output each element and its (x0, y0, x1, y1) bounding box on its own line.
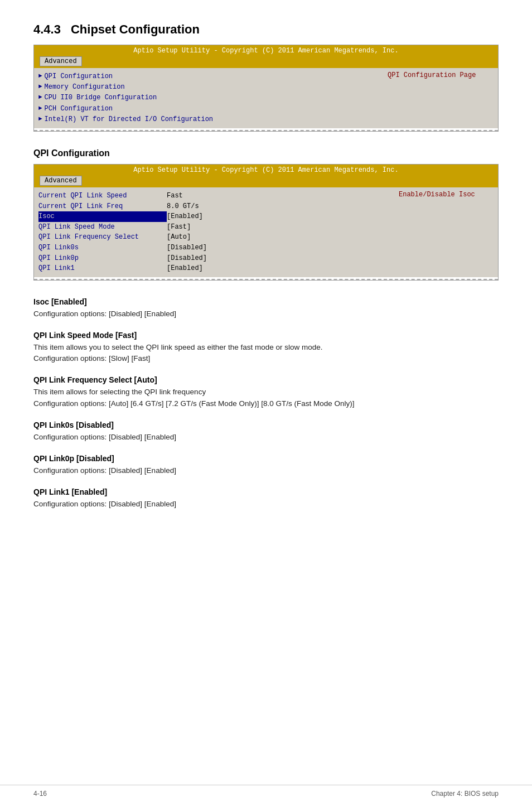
bios-footer-qpi (34, 279, 498, 280)
bios-item-qpi-label: QPI Configuration (45, 71, 113, 82)
qpi-section-heading: QPI Configuration (33, 148, 499, 158)
item-qpi-link0p: QPI Link0p [Disabled] Configuration opti… (33, 454, 499, 476)
item-link0s-desc: Configuration options: [Disabled] [Enabl… (33, 432, 499, 443)
qpi-label-link0p: QPI Link0p (38, 253, 167, 264)
bios-qpi-left: Current QPI Link Speed Fast Current QPI … (38, 191, 393, 274)
section-title: Chipset Configuration (71, 22, 200, 36)
bios-help-chipset: QPI Configuration Page (388, 71, 476, 79)
qpi-value-link0s: [Disabled] (167, 243, 207, 253)
bios-tab-advanced-qpi[interactable]: Advanced (40, 176, 82, 186)
bios-item-cpu-iio[interactable]: ► CPU II0 Bridge Configuration (38, 93, 382, 103)
qpi-value-freq-select: [Auto] (167, 232, 191, 243)
item-link0p-desc: Configuration options: [Disabled] [Enabl… (33, 465, 499, 476)
qpi-row-speed-mode[interactable]: QPI Link Speed Mode [Fast] (38, 222, 393, 233)
bios-tab-bar-chipset: Advanced (34, 56, 498, 68)
item-isoc-heading: Isoc [Enabled] (33, 297, 499, 306)
qpi-value-link-freq: 8.0 GT/s (167, 201, 199, 212)
qpi-row-link-speed: Current QPI Link Speed Fast (38, 191, 393, 201)
item-link0s-heading: QPI Link0s [Disabled] (33, 421, 499, 429)
arrow-icon-memory: ► (38, 82, 42, 92)
bios-item-cpu-iio-label: CPU II0 Bridge Configuration (45, 93, 157, 103)
bios-header-chipset: Aptio Setup Utility - Copyright (C) 2011… (34, 45, 498, 56)
qpi-value-isoc: [Enabled] (167, 211, 203, 222)
footer-chapter: Chapter 4: BIOS setup (431, 790, 499, 798)
qpi-value-link-speed: Fast (167, 191, 183, 201)
item-speed-mode-desc: This item allows you to select the QPI l… (33, 342, 499, 365)
bios-item-memory-label: Memory Configuration (45, 82, 125, 93)
qpi-row-freq-select[interactable]: QPI Link Frequency Select [Auto] (38, 232, 393, 243)
qpi-label-speed-mode: QPI Link Speed Mode (38, 222, 167, 233)
bios-header-qpi: Aptio Setup Utility - Copyright (C) 2011… (34, 165, 498, 176)
qpi-row-link-freq: Current QPI Link Freq 8.0 GT/s (38, 201, 393, 212)
qpi-label-freq-select: QPI Link Frequency Select (38, 232, 167, 243)
item-qpi-link1: QPI Link1 [Enabled] Configuration option… (33, 487, 499, 510)
arrow-icon-pch: ► (38, 104, 42, 114)
item-link1-desc: Configuration options: [Disabled] [Enabl… (33, 499, 499, 510)
item-freq-select-heading: QPI Link Frequency Select [Auto] (33, 375, 499, 384)
item-link0p-heading: QPI Link0p [Disabled] (33, 454, 499, 463)
bios-item-memory[interactable]: ► Memory Configuration (38, 82, 382, 93)
bios-help-qpi: Enable/Disable Isoc (399, 191, 475, 199)
arrow-icon-intel-vt: ► (38, 114, 42, 124)
qpi-label-link-speed: Current QPI Link Speed (38, 191, 167, 201)
qpi-bios-screen: Aptio Setup Utility - Copyright (C) 2011… (33, 164, 499, 281)
qpi-label-isoc: Isoc (38, 211, 167, 222)
qpi-value-link0p: [Disabled] (167, 253, 207, 264)
page-footer: 4-16 Chapter 4: BIOS setup (0, 785, 532, 802)
section-number: 4.4.3 (33, 22, 61, 36)
arrow-icon-qpi: ► (38, 71, 42, 81)
bios-footer-chipset (34, 130, 498, 131)
arrow-icon-cpu-iio: ► (38, 93, 42, 103)
qpi-label-link0s: QPI Link0s (38, 243, 167, 253)
item-isoc: Isoc [Enabled] Configuration options: [D… (33, 297, 499, 320)
qpi-value-link1: [Enabled] (167, 263, 203, 274)
item-speed-mode-heading: QPI Link Speed Mode [Fast] (33, 331, 499, 340)
item-qpi-link-freq-select: QPI Link Frequency Select [Auto] This it… (33, 375, 499, 409)
item-freq-select-desc: This item allows for selecting the QPI l… (33, 386, 499, 409)
chipset-bios-screen: Aptio Setup Utility - Copyright (C) 2011… (33, 45, 499, 132)
item-isoc-desc: Configuration options: [Disabled] [Enabl… (33, 308, 499, 320)
bios-item-qpi[interactable]: ► QPI Configuration (38, 71, 382, 82)
bios-item-pch[interactable]: ► PCH Configuration (38, 104, 382, 114)
item-qpi-link0s: QPI Link0s [Disabled] Configuration opti… (33, 421, 499, 443)
qpi-row-link1[interactable]: QPI Link1 [Enabled] (38, 263, 393, 274)
bios-qpi-right: Enable/Disable Isoc (393, 191, 494, 274)
bios-item-intel-vt[interactable]: ► Intel(R) VT for Directed I/O Configura… (38, 114, 382, 125)
bios-item-pch-label: PCH Configuration (45, 104, 113, 114)
bios-left-chipset: ► QPI Configuration ► Memory Configurati… (38, 71, 382, 125)
bios-tab-advanced-chipset[interactable]: Advanced (40, 56, 82, 66)
section-heading: 4.4.3Chipset Configuration (33, 22, 499, 37)
bios-qpi-content: Current QPI Link Speed Fast Current QPI … (34, 187, 498, 277)
qpi-value-speed-mode: [Fast] (167, 222, 191, 233)
qpi-row-isoc[interactable]: Isoc [Enabled] (38, 211, 393, 222)
bios-content-chipset: ► QPI Configuration ► Memory Configurati… (34, 68, 498, 128)
item-qpi-link-speed-mode: QPI Link Speed Mode [Fast] This item all… (33, 331, 499, 365)
qpi-row-link0p[interactable]: QPI Link0p [Disabled] (38, 253, 393, 264)
bios-tab-bar-qpi: Advanced (34, 176, 498, 187)
qpi-row-link0s[interactable]: QPI Link0s [Disabled] (38, 243, 393, 253)
qpi-label-link-freq: Current QPI Link Freq (38, 201, 167, 212)
footer-page-number: 4-16 (33, 790, 47, 798)
bios-right-chipset: QPI Configuration Page (382, 71, 494, 125)
item-link1-heading: QPI Link1 [Enabled] (33, 487, 499, 496)
qpi-label-link1: QPI Link1 (38, 263, 167, 274)
bios-item-intel-vt-label: Intel(R) VT for Directed I/O Configurati… (45, 114, 213, 125)
